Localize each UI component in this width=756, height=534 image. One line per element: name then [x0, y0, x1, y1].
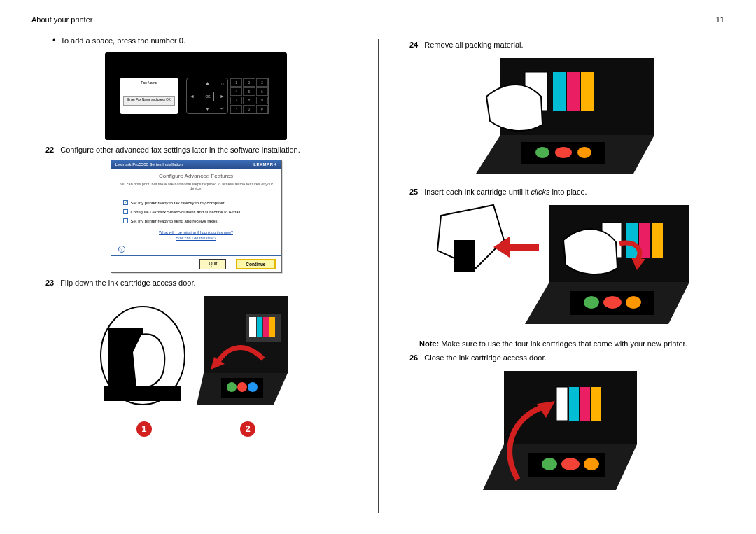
page-number: 11: [716, 15, 724, 24]
step-25: 25 Insert each ink cartridge until it cl…: [410, 188, 724, 196]
step-22-number: 22: [46, 146, 54, 154]
dialog-brand: LEXMARK: [253, 162, 276, 167]
arrow-right-icon: ►: [220, 94, 225, 99]
svg-point-22: [536, 147, 550, 158]
lcd-hint: Enter Fax Name and press OK: [123, 96, 175, 106]
step-24-text: Remove all packing material.: [424, 41, 523, 49]
dialog-subtext: You can now print, but there are additio…: [111, 182, 281, 195]
help-icon: ?: [118, 246, 125, 253]
step-25-text-c: into place.: [550, 188, 587, 196]
svg-point-37: [626, 296, 641, 309]
svg-rect-40: [569, 387, 579, 421]
step-23-number: 23: [46, 279, 54, 287]
close-door-illustration: [396, 367, 724, 498]
step-26-number: 26: [410, 353, 418, 362]
svg-point-36: [603, 296, 622, 309]
svg-rect-42: [592, 387, 601, 421]
numkey: #: [256, 105, 268, 113]
callout-badge-1: 1: [136, 421, 152, 437]
page-header: About your printer 11: [31, 15, 724, 27]
numkey: 7: [230, 97, 242, 105]
arrow-up-icon: ▲: [205, 80, 210, 85]
numkey: 2: [243, 78, 255, 87]
svg-point-35: [584, 296, 599, 309]
svg-rect-39: [556, 387, 568, 421]
left-column: To add a space, press the number 0. Fax …: [31, 35, 378, 504]
dialog-link-1: What will I be missing if I don't do thi…: [122, 230, 270, 234]
svg-point-46: [561, 458, 580, 470]
step-24-number: 24: [410, 41, 418, 49]
svg-rect-6: [257, 317, 262, 337]
step-25-text-b: clicks: [531, 188, 550, 196]
dialog-option-3: Set my printer ready to send and receive…: [123, 216, 270, 225]
numkey: 9: [256, 97, 268, 105]
flip-door-illustration-2: [197, 293, 295, 413]
dialog-heading: Configure Advanced Features: [111, 169, 281, 182]
numpad: 1 2 3 4 5 6 7 8 9 * 0 #: [230, 78, 269, 114]
note-text: Make sure to use the four ink cartridges…: [439, 339, 687, 348]
arrow-left-icon: ◄: [190, 94, 195, 99]
numkey: *: [230, 105, 242, 113]
numkey: 1: [230, 78, 242, 87]
note-label: Note:: [419, 339, 439, 348]
dialog-option-2: Configure Lexmark SmartSolutions and sub…: [123, 207, 270, 216]
software-dialog-illustration: Lexmark Pro5500 Series Installation LEXM…: [111, 160, 282, 273]
svg-rect-25: [454, 240, 475, 272]
svg-rect-41: [580, 387, 590, 421]
numkey: 4: [230, 87, 242, 96]
nav-cluster: ▲ ▼ ◄ ► OK ⌂ ↩: [186, 78, 228, 114]
note-line: Note: Make sure to use the four ink cart…: [419, 339, 724, 348]
svg-rect-8: [270, 317, 275, 337]
checkbox-icon: [123, 209, 128, 214]
bullet-add-space-text: To add a space, press the number 0.: [60, 36, 186, 45]
checkbox-icon: [123, 218, 128, 223]
insert-cartridge-illustration: [396, 202, 724, 332]
quit-button: Quit: [200, 259, 226, 269]
panel-lcd-screen: Fax Name Enter Fax Name and press OK: [120, 78, 178, 114]
step-22-text: Configure other advanced fax settings la…: [60, 146, 300, 154]
dialog-option-2-label: Configure Lexmark SmartSolutions and sub…: [131, 210, 241, 214]
home-icon: ⌂: [221, 81, 224, 86]
dialog-title: Lexmark Pro5500 Series Installation: [115, 162, 183, 167]
step-25-text-a: Insert each ink cartridge until it: [424, 188, 531, 196]
numkey: 6: [256, 87, 268, 96]
step-22: 22 Configure other advanced fax settings…: [46, 146, 360, 154]
numkey: 0: [243, 105, 255, 113]
svg-rect-5: [249, 317, 256, 337]
printer-control-panel-illustration: Fax Name Enter Fax Name and press OK ▲ ▼…: [105, 52, 287, 140]
dialog-titlebar: Lexmark Pro5500 Series Installation LEXM…: [111, 160, 281, 169]
dialog-option-1-label: Set my printer ready to fax directly to …: [131, 201, 225, 205]
back-icon: ↩: [220, 106, 224, 111]
remove-packing-illustration: [396, 55, 724, 182]
dialog-option-3-label: Set my printer ready to send and receive…: [131, 219, 218, 223]
svg-point-13: [248, 382, 258, 392]
step-26: 26 Close the ink cartridge access door.: [410, 353, 724, 362]
step-26-text: Close the ink cartridge access door.: [424, 353, 546, 362]
ok-button: OK: [202, 92, 214, 101]
callout-badge-2: 2: [240, 421, 255, 437]
numkey: 8: [243, 97, 255, 105]
numkey: 3: [256, 78, 268, 87]
svg-rect-28: [626, 223, 638, 258]
svg-point-11: [227, 382, 237, 392]
lcd-title: Fax Name: [120, 78, 178, 85]
svg-point-23: [555, 147, 572, 158]
step-23-text: Flip down the ink cartridge access door.: [60, 279, 195, 287]
dialog-option-1: Set my printer ready to fax directly to …: [123, 198, 270, 207]
svg-rect-16: [553, 72, 566, 111]
step-25-number: 25: [410, 188, 418, 196]
flip-door-illustration-1: [97, 303, 188, 413]
right-column: 24 Remove all packing material. 25 Inser…: [378, 35, 724, 504]
numkey: 5: [243, 87, 255, 96]
svg-point-45: [542, 458, 557, 470]
svg-point-12: [237, 382, 247, 392]
svg-rect-30: [652, 223, 663, 258]
dialog-link-2: How can I do this later?: [122, 236, 270, 240]
svg-rect-7: [263, 317, 269, 337]
arrow-down-icon: ▼: [205, 106, 210, 111]
svg-point-24: [578, 147, 592, 158]
step-24: 24 Remove all packing material.: [410, 41, 724, 49]
svg-rect-2: [104, 386, 181, 401]
header-title: About your printer: [31, 15, 92, 24]
continue-button: Continue: [236, 259, 275, 269]
